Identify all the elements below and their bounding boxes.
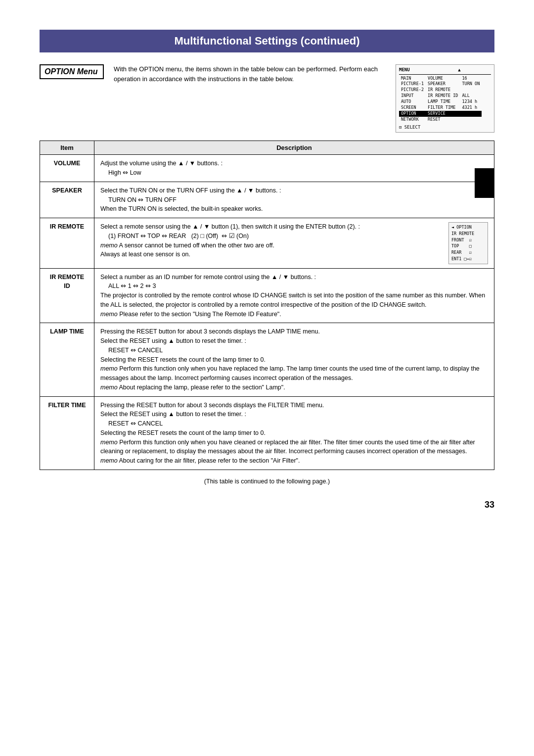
- intro-paragraph: With the OPTION menu, the items shown in…: [114, 64, 388, 84]
- item-label-ir-remote: IR REMOTE: [40, 218, 94, 269]
- table-row: FILTER TIME Pressing the RESET button fo…: [40, 396, 494, 470]
- page-number: 33: [40, 500, 494, 510]
- item-label-speaker: SPEAKER: [40, 182, 94, 218]
- option-menu-table: Item Description VOLUME Adjust the volum…: [40, 141, 494, 470]
- table-row: LAMP TIME Pressing the RESET button for …: [40, 323, 494, 396]
- desc-lamp-time: Pressing the RESET button for about 3 se…: [94, 323, 494, 396]
- page-title: Multifunctional Settings (continued): [40, 30, 494, 52]
- item-label-volume: VOLUME: [40, 155, 94, 182]
- item-label-filter-time: FILTER TIME: [40, 396, 94, 470]
- table-row: VOLUME Adjust the volume using the ▲ / ▼…: [40, 155, 494, 182]
- col-header-desc: Description: [94, 141, 494, 155]
- desc-volume: Adjust the volume using the ▲ / ▼ button…: [94, 155, 494, 182]
- section-title: OPTION Menu: [40, 64, 104, 79]
- desc-ir-remote: Select a remote sensor using the ▲ / ▼ b…: [94, 218, 494, 269]
- table-row: IR REMOTE Select a remote sensor using t…: [40, 218, 494, 269]
- ir-remote-side-panel: ◄ OPTION IR REMOTE FRONT ☑ TOP □ REAR ☑ …: [448, 222, 488, 264]
- item-label-ir-remote-id: IR REMOTE ID: [40, 268, 94, 323]
- buttons-text: buttons: [197, 160, 218, 167]
- col-header-item: Item: [40, 141, 94, 155]
- black-tab: [475, 168, 494, 198]
- intro-text: With the OPTION menu, the items shown in…: [114, 64, 494, 133]
- desc-filter-time: Pressing the RESET button for about 3 se…: [94, 396, 494, 470]
- continued-note: (This table is continued to the followin…: [40, 478, 494, 485]
- item-label-lamp-time: LAMP TIME: [40, 323, 94, 396]
- table-row: IR REMOTE ID Select a number as an ID nu…: [40, 268, 494, 323]
- desc-speaker: Select the TURN ON or the TURN OFF using…: [94, 182, 494, 218]
- table-row: SPEAKER Select the TURN ON or the TURN O…: [40, 182, 494, 218]
- menu-screenshot: MENU ▲ MAINVOLUME16 PICTURE-1SPEAKERTURN…: [396, 64, 494, 133]
- desc-ir-remote-id: Select a number as an ID number for remo…: [94, 268, 494, 323]
